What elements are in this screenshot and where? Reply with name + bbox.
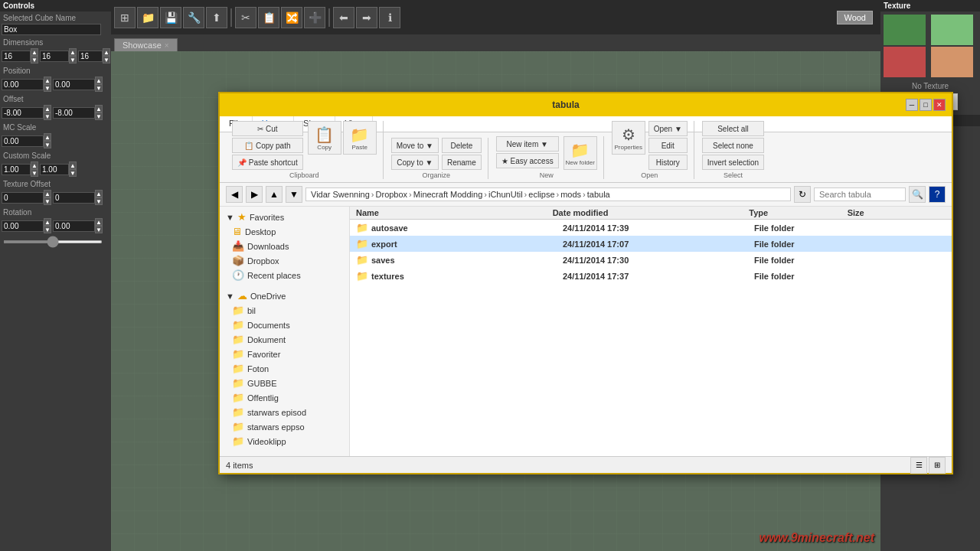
off-x-input[interactable]: [2, 107, 44, 119]
toolbar-btn-6[interactable]: ✂: [235, 7, 256, 28]
cs-x-input[interactable]: [2, 164, 31, 175]
mc-scale-input[interactable]: [2, 135, 44, 147]
back-button[interactable]: ◀: [226, 186, 243, 203]
tree-dropbox[interactable]: 📦 Dropbox: [220, 253, 349, 268]
tree-downloads[interactable]: 📥 Downloads: [220, 239, 349, 253]
refresh-button[interactable]: ↻: [794, 186, 811, 203]
tree-starwars1[interactable]: 📁 starwars episod: [220, 405, 349, 419]
pos-x-down[interactable]: ▼: [44, 84, 51, 92]
tab-showcase[interactable]: Showcase ×: [114, 38, 178, 51]
toolbar-btn-12[interactable]: ℹ: [379, 7, 400, 28]
delete-button[interactable]: Delete: [442, 138, 482, 153]
tree-dokument[interactable]: 📁 Dokument: [220, 332, 349, 347]
col-name-header[interactable]: Name: [356, 208, 553, 217]
cs-x-up[interactable]: ▲: [31, 161, 38, 169]
toolbar-btn-11[interactable]: ➡: [356, 7, 377, 28]
tree-gubbe[interactable]: 📁 GUBBE: [220, 376, 349, 390]
search-button[interactable]: 🔍: [909, 186, 926, 203]
table-row[interactable]: 📁 autosave 24/11/2014 17:39 File folder: [350, 220, 952, 236]
tex-y-input[interactable]: [53, 192, 95, 204]
open-button[interactable]: Open ▼: [648, 121, 688, 136]
pos-x-up[interactable]: ▲: [44, 77, 51, 84]
rot-y-down[interactable]: ▼: [95, 226, 103, 233]
cs-x-down[interactable]: ▼: [31, 169, 38, 177]
pos-y-up[interactable]: ▲: [95, 77, 103, 84]
texture-cell-1[interactable]: [884, 15, 926, 45]
tree-videoklipp[interactable]: 📁 Videoklipp: [220, 434, 349, 448]
col-size-header[interactable]: Size: [848, 208, 946, 217]
invert-selection-button[interactable]: Invert selection: [702, 155, 764, 170]
rot-x-up[interactable]: ▲: [44, 218, 51, 226]
tex-x-up[interactable]: ▲: [44, 190, 51, 197]
cs-y-down[interactable]: ▼: [69, 169, 77, 177]
tree-foton[interactable]: 📁 Foton: [220, 361, 349, 376]
new-item-button[interactable]: New item ▼: [496, 136, 559, 152]
cs-y-input[interactable]: [40, 164, 69, 175]
recent-button[interactable]: ▼: [286, 186, 302, 203]
tex-x-input[interactable]: [2, 192, 44, 204]
minimize-button[interactable]: ─: [906, 99, 918, 111]
rotation-slider[interactable]: [3, 240, 103, 243]
view-list-button[interactable]: ☰: [910, 457, 927, 474]
copy-path-button[interactable]: 📋 Copy path: [232, 138, 303, 153]
col-type-header[interactable]: Type: [749, 208, 847, 217]
off-y-down[interactable]: ▼: [95, 112, 103, 120]
easy-access-button[interactable]: ★ Easy access: [496, 153, 559, 168]
toolbar-btn-10[interactable]: ⬅: [333, 7, 354, 28]
paste-shortcut-button[interactable]: 📌 Paste shortcut: [232, 155, 303, 170]
paste-button[interactable]: 📁 Paste: [343, 121, 377, 155]
cut-button[interactable]: ✂ Cut: [232, 121, 303, 136]
view-grid-button[interactable]: ⊞: [929, 457, 946, 474]
select-none-button[interactable]: Select none: [702, 138, 764, 153]
history-button[interactable]: History: [648, 155, 688, 170]
help-button[interactable]: ?: [929, 186, 946, 203]
off-x-down[interactable]: ▼: [44, 112, 51, 120]
rot-x-input[interactable]: [2, 220, 44, 232]
mc-scale-up[interactable]: ▲: [44, 133, 51, 141]
tree-recent[interactable]: 🕐 Recent places: [220, 268, 349, 282]
table-row[interactable]: 📁 saves 24/11/2014 17:30 File folder: [350, 252, 952, 268]
rot-y-up[interactable]: ▲: [95, 218, 103, 226]
tree-starwars2[interactable]: 📁 starwars eppso: [220, 419, 349, 434]
dim-z-up[interactable]: ▲: [103, 48, 110, 56]
rot-x-down[interactable]: ▼: [44, 226, 51, 233]
maximize-button[interactable]: □: [920, 99, 932, 111]
tree-desktop[interactable]: 🖥 Desktop: [220, 224, 349, 239]
tex-y-down[interactable]: ▼: [95, 197, 103, 205]
toolbar-btn-1[interactable]: ⊞: [114, 7, 136, 28]
address-path[interactable]: Vidar Swenning › Dropbox › Minecraft Mod…: [305, 187, 791, 201]
move-to-button[interactable]: Move to ▼: [391, 138, 439, 153]
texture-cell-3[interactable]: [884, 47, 926, 77]
tree-documents-1[interactable]: 📁 Documents: [220, 318, 349, 332]
texture-cell-2[interactable]: [931, 15, 973, 45]
new-folder-button[interactable]: 📁 New folder: [564, 136, 597, 170]
pos-y-input[interactable]: [53, 79, 95, 90]
tex-x-down[interactable]: ▼: [44, 197, 51, 205]
dim-x-up[interactable]: ▲: [31, 48, 38, 56]
toolbar-btn-3[interactable]: 💾: [160, 7, 181, 28]
off-x-up[interactable]: ▲: [44, 105, 51, 112]
toolbar-btn-9[interactable]: ➕: [304, 7, 325, 28]
dim-y-input[interactable]: [40, 51, 69, 62]
toolbar-btn-7[interactable]: 📋: [258, 7, 279, 28]
cube-name-input[interactable]: Box: [2, 24, 101, 35]
texture-cell-4[interactable]: [931, 47, 973, 77]
tree-offentlig[interactable]: 📁 Offentlig: [220, 390, 349, 405]
up-button[interactable]: ▲: [266, 186, 283, 203]
tex-y-up[interactable]: ▲: [95, 190, 103, 197]
select-all-button[interactable]: Select all: [702, 121, 764, 136]
cs-y-up[interactable]: ▲: [69, 161, 77, 169]
search-input[interactable]: [814, 187, 906, 201]
forward-button[interactable]: ▶: [246, 186, 263, 203]
pos-y-down[interactable]: ▼: [95, 84, 103, 92]
rot-y-input[interactable]: [53, 220, 95, 232]
edit-button[interactable]: Edit: [648, 138, 688, 153]
rename-button[interactable]: Rename: [442, 155, 482, 170]
properties-button[interactable]: ⚙ Properties: [612, 121, 645, 155]
off-y-input[interactable]: [53, 107, 95, 119]
dim-z-down[interactable]: ▼: [103, 56, 110, 64]
col-date-header[interactable]: Date modified: [553, 208, 750, 217]
toolbar-btn-5[interactable]: ⬆: [206, 7, 227, 28]
toolbar-btn-2[interactable]: 📁: [137, 7, 158, 28]
table-row[interactable]: 📁 export 24/11/2014 17:07 File folder: [350, 236, 952, 252]
